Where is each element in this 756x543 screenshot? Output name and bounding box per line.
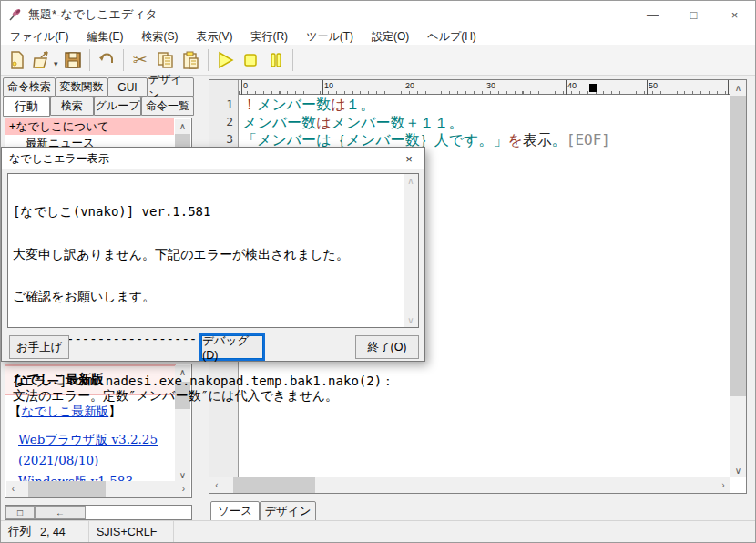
tab-command-list[interactable]: 命令一覧 <box>141 97 194 116</box>
ruler-tick-label: 40 <box>566 80 577 95</box>
tab-design[interactable]: デザイン <box>260 501 316 521</box>
undo-button[interactable] <box>94 47 119 73</box>
editor-hscrollbar[interactable]: ‹ › <box>209 477 730 493</box>
title-bar: 無題*-なでしこエディタ — □ × <box>1 1 755 28</box>
tab-search-side[interactable]: 検索 <box>50 97 94 116</box>
stop-button[interactable] <box>238 47 263 73</box>
error-line: 大変申し訳ありません。下記のエラーが検出されました。 <box>13 248 400 262</box>
stop-nav-button[interactable]: □ <box>5 506 35 519</box>
dialog-close-button[interactable]: × <box>393 148 424 169</box>
tab-gui[interactable]: GUI <box>107 77 148 97</box>
quit-button[interactable]: 終了(O) <box>355 335 419 359</box>
code-token: を <box>507 131 522 149</box>
toolbar: ▾ ✂ <box>1 45 755 76</box>
dialog-title-bar: なでしこエラー表示 × <box>2 148 424 169</box>
code-token: 表示 <box>523 131 552 149</box>
menu-file[interactable]: ファイル(F) <box>1 29 77 45</box>
news-hscrollbar[interactable]: ‹ › <box>6 481 190 497</box>
scroll-right-icon[interactable]: › <box>177 481 190 497</box>
pause-button[interactable] <box>263 47 289 73</box>
scroll-up-icon[interactable]: ∧ <box>404 174 418 188</box>
tab-command-search[interactable]: 命令検索 <box>3 77 56 97</box>
error-line: ご確認をお願いします。 <box>13 290 400 304</box>
menu-view[interactable]: 表示(V) <box>187 29 241 45</box>
paste-button[interactable] <box>179 47 204 73</box>
open-file-button[interactable] <box>30 47 56 73</box>
position-value: 2, 44 <box>40 526 66 538</box>
close-button[interactable]: × <box>714 1 755 28</box>
maximize-button[interactable]: □ <box>673 1 714 28</box>
copy-icon <box>156 50 176 70</box>
tab-source[interactable]: ソース <box>210 501 260 521</box>
line-number: 1 <box>211 97 233 111</box>
status-cursor-position: 行列 2, 44 <box>1 521 89 542</box>
scroll-down-icon[interactable]: ∨ <box>730 463 746 477</box>
new-file-icon <box>7 50 27 70</box>
scroll-left-icon[interactable]: ‹ <box>6 481 20 497</box>
caret-column-marker <box>589 84 597 92</box>
scroll-down-icon[interactable]: ∨ <box>175 468 190 482</box>
tab-group[interactable]: グループ <box>94 97 141 116</box>
cut-icon: ✂ <box>133 49 148 70</box>
scroll-right-icon[interactable]: › <box>716 477 730 493</box>
tree-item-about[interactable]: +なでしこについて <box>5 118 174 135</box>
code-token: メンバー数＋１１。 <box>332 114 464 131</box>
back-nav-button[interactable]: ← <box>35 506 86 519</box>
tab-variables-functions[interactable]: 変数関数 <box>56 77 107 97</box>
menu-search[interactable]: 検索(S) <box>132 29 187 45</box>
save-button[interactable] <box>60 47 86 73</box>
error-line: [エラー] com.nadesi.exe.nakopad.temp.bak1.n… <box>13 374 400 403</box>
error-message-box: [なでしこ(vnako)] ver.1.581 大変申し訳ありません。下記のエラ… <box>7 173 419 328</box>
ruler-tick-label: 10 <box>322 80 333 95</box>
toolbar-separator <box>89 49 90 71</box>
open-dropdown-caret[interactable]: ▾ <box>54 59 58 68</box>
editor-tabs: ソース デザイン <box>210 501 316 521</box>
window-title: 無題*-なでしこエディタ <box>28 6 158 23</box>
error-dialog: なでしこエラー表示 × [なでしこ(vnako)] ver.1.581 大変申し… <box>1 147 425 362</box>
editor-vscrollbar[interactable]: ∧ ∨ <box>730 80 746 477</box>
code-token: 。 <box>552 131 567 149</box>
ruler-tick-label: 0 <box>241 80 248 95</box>
app-window: 無題*-なでしこエディタ — □ × ファイル(F) 編集(E) 検索(S) 表… <box>0 0 756 543</box>
error-line: [なでしこ(vnako)] ver.1.581 <box>13 205 400 220</box>
debug-button[interactable]: デバッグ(D) <box>201 335 263 359</box>
new-file-button[interactable] <box>5 47 30 73</box>
code-token: １。 <box>346 96 375 113</box>
error-message-text: [なでしこ(vnako)] ver.1.581 大変申し訳ありません。下記のエラ… <box>13 177 400 431</box>
ruler-tick-label: 50 <box>647 80 658 95</box>
giveup-button[interactable]: お手上げ <box>9 335 69 359</box>
ruler-tick-label: 20 <box>404 80 414 95</box>
scroll-up-icon[interactable]: ∧ <box>175 119 190 133</box>
menu-help[interactable]: ヘルプ(H) <box>418 29 485 45</box>
editor-vscrollbar-thumb[interactable] <box>730 96 746 396</box>
scroll-up-icon[interactable]: ∧ <box>730 80 746 95</box>
dialog-scrollbar[interactable]: ∧ ∨ <box>404 174 418 327</box>
toolbar-separator <box>123 49 124 71</box>
copy-button[interactable] <box>153 47 179 73</box>
menu-edit[interactable]: 編集(E) <box>77 29 132 45</box>
editor-hscrollbar-thumb[interactable] <box>233 477 315 493</box>
dialog-title: なでしこエラー表示 <box>2 151 109 167</box>
app-icon <box>8 7 23 22</box>
tab-action[interactable]: 行動 <box>3 97 50 117</box>
code-token: メンバー数 <box>257 96 331 113</box>
news-hscrollbar-thumb[interactable] <box>28 481 106 497</box>
toolbar-separator <box>208 49 209 71</box>
toolbar-separator <box>292 49 293 71</box>
minimize-button[interactable]: — <box>632 1 673 28</box>
menu-settings[interactable]: 設定(O) <box>363 29 418 45</box>
tab-design-side[interactable]: デザイン <box>148 77 194 97</box>
cut-button[interactable]: ✂ <box>128 47 153 73</box>
pause-icon <box>266 50 286 70</box>
code-token: ！ <box>242 96 257 113</box>
menu-run[interactable]: 実行(R) <box>241 29 297 45</box>
paste-icon <box>181 50 201 70</box>
news-link-web-date[interactable]: (2021/08/10) <box>18 450 191 471</box>
status-encoding: SJIS+CRLF <box>89 521 174 542</box>
news-link-web-version[interactable]: Webブラウザ版 v3.2.25 <box>18 429 191 450</box>
menu-tools[interactable]: ツール(T) <box>297 29 363 45</box>
run-button[interactable] <box>212 47 238 73</box>
scroll-down-icon[interactable]: ∨ <box>404 313 418 327</box>
scroll-left-icon[interactable]: ‹ <box>209 477 224 493</box>
line-number: 3 <box>211 132 233 146</box>
